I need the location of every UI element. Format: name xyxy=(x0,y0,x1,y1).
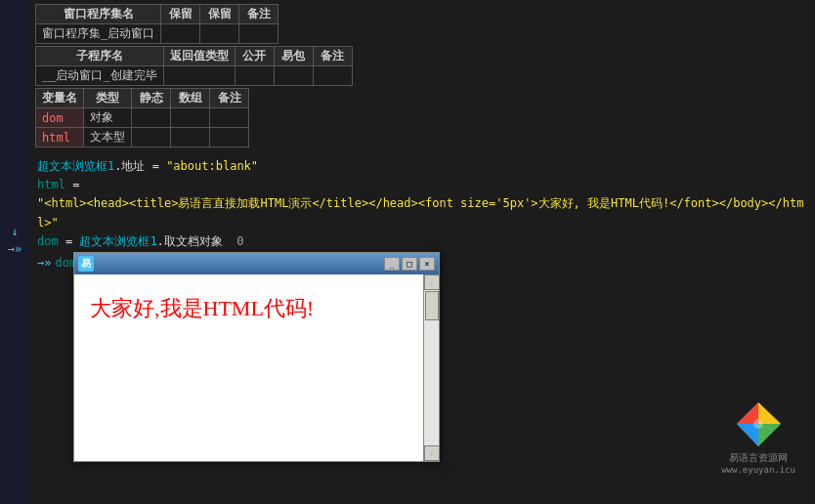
tables-section: 窗口程序集名 保留 保留 备注 窗口程序集_启动窗口 子程序名 返回值类型 公 xyxy=(29,0,815,155)
window-programs-table: 窗口程序集名 保留 保留 备注 窗口程序集_启动窗口 xyxy=(35,4,279,44)
browser-logo-icon: 易 xyxy=(78,256,94,272)
var-html-name: html xyxy=(36,128,84,147)
watermark: 易语言资源网 www.eyuyan.icu xyxy=(721,398,795,475)
debug-arrow-down: ↓ xyxy=(11,225,18,238)
browser-content: 大家好,我是HTML代码! ▲ ▼ xyxy=(74,274,439,461)
scrollbar-thumb[interactable] xyxy=(425,291,439,320)
sub-name-cell: __启动窗口_创建完毕 xyxy=(36,66,164,86)
browser-main-content: 大家好,我是HTML代码! xyxy=(74,274,423,461)
scrollbar-up-button[interactable]: ▲ xyxy=(424,274,440,290)
code-section: 超文本浏览框1.地址 = "about:blank" html = "<html… xyxy=(29,155,815,253)
browser-window: 易 _ □ × 大家好,我是HTML代码! ▲ ▼ xyxy=(73,252,440,462)
browser-title-left: 易 xyxy=(78,256,94,272)
variables-table: 变量名 类型 静态 数组 备注 dom 对象 html 文本型 xyxy=(35,88,249,147)
main-container: ↓ →» 窗口程序集名 保留 保留 备注 窗口程序集_启动窗口 xyxy=(0,0,815,504)
sub-programs-table: 子程序名 返回值类型 公开 易包 备注 __启动窗口_创建完毕 xyxy=(35,46,353,86)
browser-controls[interactable]: _ □ × xyxy=(384,257,435,271)
var-html-static xyxy=(132,128,171,147)
code-line-2: html = "<html><head><title>易语言直接加载HTML演示… xyxy=(37,176,807,232)
var-dom-name: dom xyxy=(36,108,84,128)
table-row: 窗口程序集_启动窗口 xyxy=(36,24,279,44)
var-dom-type: 对象 xyxy=(84,108,132,128)
var-html-type: 文本型 xyxy=(84,128,132,147)
var-col-note: 备注 xyxy=(210,89,249,108)
col-header-reserve2: 保留 xyxy=(200,5,239,24)
col-header-note: 备注 xyxy=(239,5,279,24)
debug-arrow-right: →» xyxy=(8,242,21,256)
browser-scrollbar[interactable]: ▲ ▼ xyxy=(423,274,439,461)
sub-note-cell xyxy=(313,66,352,86)
browser-minimize-button[interactable]: _ xyxy=(384,257,400,271)
col-header-program-name: 窗口程序集名 xyxy=(36,5,161,24)
svg-point-5 xyxy=(753,419,763,429)
reserve1-cell xyxy=(161,24,200,44)
var-col-name: 变量名 xyxy=(36,89,84,108)
code-keyword-1: 超文本浏览框1 xyxy=(37,157,114,176)
program-name-cell: 窗口程序集_启动窗口 xyxy=(36,24,161,44)
code-dom-var: dom xyxy=(37,232,59,251)
sub-col-note: 备注 xyxy=(313,47,352,66)
sub-easy-cell xyxy=(274,66,313,86)
var-dom-static xyxy=(132,108,171,128)
scrollbar-down-button[interactable]: ▼ xyxy=(424,445,440,461)
col-header-reserve1: 保留 xyxy=(161,5,200,24)
debug-arrows-icon: →» xyxy=(37,256,51,270)
sub-public-cell xyxy=(235,66,274,86)
content-area: 窗口程序集名 保留 保留 备注 窗口程序集_启动窗口 子程序名 返回值类型 公 xyxy=(29,0,815,504)
var-col-array: 数组 xyxy=(171,89,210,108)
browser-maximize-button[interactable]: □ xyxy=(402,257,417,271)
table-row: __启动窗口_创建完毕 xyxy=(36,66,353,86)
var-html-row: html 文本型 xyxy=(36,128,249,147)
var-col-type: 类型 xyxy=(84,89,132,108)
scrollbar-track xyxy=(424,290,439,445)
code-line-1: 超文本浏览框1.地址 = "about:blank" xyxy=(37,157,807,176)
watermark-logo-icon xyxy=(732,398,786,451)
sub-col-name: 子程序名 xyxy=(36,47,164,66)
var-html-note xyxy=(210,128,249,147)
sub-col-public: 公开 xyxy=(235,47,274,66)
var-col-static: 静态 xyxy=(132,89,171,108)
sub-return-cell xyxy=(163,66,235,86)
reserve2-cell xyxy=(200,24,239,44)
var-html-array xyxy=(171,128,210,147)
code-html-var: html xyxy=(37,176,65,194)
left-gutter: ↓ →» xyxy=(0,0,29,504)
code-line-3: dom = 超文本浏览框1 .取文档对象 0 xyxy=(37,232,807,251)
var-dom-array xyxy=(171,108,210,128)
var-dom-row: dom 对象 xyxy=(36,108,249,128)
browser-close-button[interactable]: × xyxy=(419,257,435,271)
note-cell xyxy=(239,24,279,44)
var-dom-note xyxy=(210,108,249,128)
watermark-url: www.eyuyan.icu xyxy=(721,465,795,475)
sub-col-easy: 易包 xyxy=(274,47,313,66)
sub-col-return: 返回值类型 xyxy=(163,47,235,66)
watermark-site-name: 易语言资源网 xyxy=(729,451,788,465)
browser-titlebar: 易 _ □ × xyxy=(74,253,439,274)
browser-html-text: 大家好,我是HTML代码! xyxy=(90,296,314,320)
